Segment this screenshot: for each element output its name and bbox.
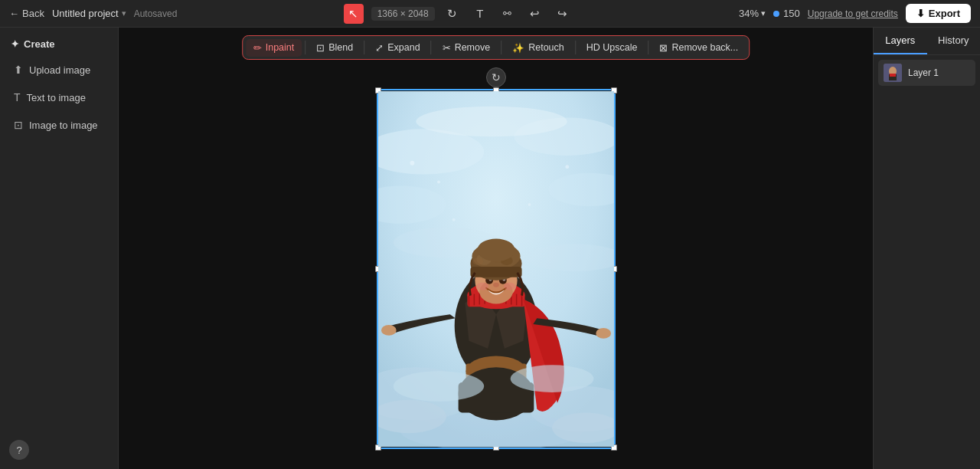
retouch-label: Retouch — [528, 42, 564, 53]
canvas-image-container — [377, 89, 616, 449]
remove-label: Remove — [455, 42, 491, 53]
inpaint-button[interactable]: ✏ Inpaint — [246, 39, 302, 57]
layer-name: Layer 1 — [908, 67, 939, 78]
svg-point-50 — [477, 239, 514, 262]
redo-button[interactable]: ↪ — [553, 4, 573, 24]
blend-icon: ⊡ — [316, 42, 325, 54]
create-label: Create — [24, 38, 54, 50]
pen-icon: ⚯ — [503, 8, 511, 19]
canvas-area: ✏ Inpaint ⊡ Blend ⤢ Expand ✂ Remove ✨ Re… — [119, 28, 873, 469]
text-icon: T — [476, 7, 483, 20]
svg-point-40 — [503, 283, 515, 290]
inpaint-label: Inpaint — [266, 42, 295, 53]
create-icon: ✦ — [11, 38, 19, 50]
image-to-image-label: Image to image — [29, 120, 98, 131]
text-to-image-button[interactable]: T Text to image — [6, 85, 112, 110]
right-sidebar: Layers History Layer 1 — [873, 28, 980, 469]
toolbar-divider-4 — [501, 41, 501, 54]
zoom-chevron-icon: ▾ — [761, 8, 766, 18]
svg-point-52 — [510, 365, 593, 392]
layer-thumbnail — [884, 64, 902, 82]
upgrade-button[interactable]: Upgrade to get credits — [808, 8, 898, 19]
back-label: Back — [22, 8, 44, 19]
left-sidebar: ✦ Create ⬆ Upload image T Text to image … — [0, 28, 119, 469]
credits-count: 150 — [783, 8, 800, 19]
text-to-image-label: Text to image — [27, 92, 86, 103]
svg-rect-44 — [470, 267, 521, 277]
topbar-right: 34% ▾ 150 Upgrade to get credits ⬇ Expor… — [739, 4, 971, 23]
undo-button[interactable]: ↩ — [525, 4, 545, 24]
image-to-image-icon: ⊡ — [14, 119, 23, 131]
create-section-title: ✦ Create — [6, 35, 112, 54]
refresh-tool-button[interactable]: ↻ — [443, 4, 462, 24]
refresh-icon: ↻ — [447, 7, 457, 21]
zoom-control[interactable]: 34% ▾ — [739, 8, 766, 19]
export-button[interactable]: ⬇ Export — [906, 4, 971, 23]
canvas-image — [378, 90, 614, 448]
topbar-center: ↖ 1366 × 2048 ↻ T ⚯ ↩ ↪ — [186, 4, 730, 24]
credits-badge: 150 — [773, 8, 800, 19]
upload-image-button[interactable]: ⬆ Upload image — [6, 57, 112, 82]
canvas-refresh-button[interactable]: ↻ — [486, 67, 506, 87]
svg-point-59 — [452, 218, 455, 221]
svg-point-41 — [493, 283, 499, 287]
text-to-image-icon: T — [14, 91, 21, 103]
expand-label: Expand — [387, 42, 420, 53]
svg-point-39 — [476, 283, 488, 290]
toolbar-divider-6 — [648, 41, 648, 54]
help-icon: ? — [16, 444, 21, 456]
help-button[interactable]: ? — [9, 440, 29, 460]
export-label: Export — [929, 8, 960, 19]
remove-back-icon: ⊠ — [659, 42, 668, 54]
svg-point-56 — [437, 181, 440, 184]
toolbar-divider-2 — [364, 41, 364, 54]
svg-point-3 — [416, 107, 567, 136]
tab-layers[interactable]: Layers — [874, 28, 927, 54]
svg-point-55 — [410, 161, 414, 166]
remove-button[interactable]: ✂ Remove — [435, 39, 498, 57]
tab-history[interactable]: History — [927, 28, 981, 54]
remove-icon: ✂ — [443, 42, 451, 54]
project-title: Untitled project — [52, 8, 119, 19]
toolbar-divider-5 — [575, 41, 576, 54]
credits-dot — [773, 11, 779, 17]
image-to-image-button[interactable]: ⊡ Image to image — [6, 113, 112, 137]
main-content: ✦ Create ⬆ Upload image T Text to image … — [0, 28, 980, 469]
history-tab-label: History — [938, 34, 969, 46]
image-svg — [378, 90, 614, 448]
blend-label: Blend — [328, 42, 353, 53]
export-icon: ⬇ — [916, 8, 925, 19]
svg-point-27 — [381, 325, 396, 336]
right-sidebar-header: Layers History — [874, 28, 980, 55]
back-button[interactable]: ← Back — [9, 8, 44, 19]
expand-icon: ⤢ — [375, 42, 384, 54]
redo-icon: ↪ — [557, 7, 567, 21]
zoom-value: 34% — [739, 8, 759, 19]
blend-button[interactable]: ⊡ Blend — [309, 39, 361, 57]
text-tool-button[interactable]: T — [470, 4, 490, 24]
svg-point-51 — [393, 371, 483, 401]
upload-image-label: Upload image — [29, 64, 90, 76]
topbar: ← Back Untitled project ▾ Autosaved ↖ 13… — [0, 0, 980, 28]
image-selection — [377, 89, 616, 449]
layers-list: Layer 1 — [874, 55, 980, 90]
svg-point-57 — [565, 165, 569, 169]
pen-tool-button[interactable]: ⚯ — [498, 4, 518, 24]
canvas-refresh-icon: ↻ — [492, 71, 501, 84]
expand-button[interactable]: ⤢ Expand — [368, 39, 427, 57]
layer-item[interactable]: Layer 1 — [878, 60, 975, 86]
retouch-button[interactable]: ✨ Retouch — [505, 39, 572, 57]
project-name[interactable]: Untitled project ▾ — [52, 8, 126, 19]
upload-icon: ⬆ — [14, 64, 23, 76]
canvas-toolbar: ✏ Inpaint ⊡ Blend ⤢ Expand ✂ Remove ✨ Re… — [242, 35, 750, 60]
remove-back-button[interactable]: ⊠ Remove back... — [652, 39, 746, 57]
svg-point-28 — [596, 328, 611, 339]
hd-upscale-label: HD Upscale — [586, 42, 638, 53]
back-icon: ← — [9, 8, 19, 19]
remove-back-label: Remove back... — [671, 42, 738, 53]
svg-point-49 — [472, 257, 483, 265]
cursor-tool-button[interactable]: ↖ — [344, 4, 364, 24]
hd-upscale-button[interactable]: HD Upscale — [579, 39, 645, 56]
cursor-icon: ↖ — [348, 7, 358, 21]
toolbar-divider-3 — [431, 41, 432, 54]
